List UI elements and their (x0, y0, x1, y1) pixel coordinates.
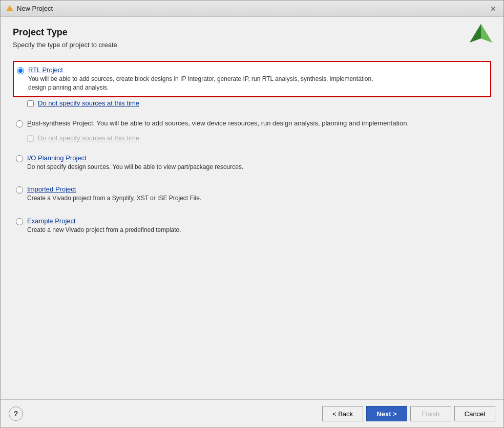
app-icon (6, 5, 14, 13)
post-synthesis-option-row: Post-synthesis Project: You will be able… (13, 115, 491, 132)
window-title: New Project (17, 5, 53, 12)
post-synthesis-no-sources-label: Do not specify sources at this time (38, 134, 139, 142)
imported-label: Imported Project (27, 185, 201, 193)
option-group-io: I/O Planning Project Do not specify desi… (13, 150, 491, 176)
example-description: Create a new Vivado project from a prede… (27, 226, 181, 234)
svg-marker-2 (481, 24, 492, 42)
option-group-post-synthesis: Post-synthesis Project: You will be able… (13, 115, 491, 144)
rtl-description: You will be able to add sources, create … (28, 75, 373, 92)
io-description: Do not specify design sources. You will … (27, 163, 243, 172)
close-button[interactable]: ✕ (488, 4, 498, 14)
post-synthesis-text-group: Post-synthesis Project: You will be able… (27, 119, 409, 128)
example-radio[interactable] (16, 218, 23, 225)
page-title: Project Type (13, 27, 491, 38)
svg-marker-3 (470, 24, 481, 42)
finish-button[interactable]: Finish (410, 406, 451, 421)
rtl-label: RTL Project (28, 66, 373, 74)
next-button[interactable]: Next > (366, 406, 407, 421)
imported-radio[interactable] (16, 186, 23, 194)
footer-left: ? (9, 406, 23, 421)
post-synthesis-label: Post-synthesis Project: You will be able… (27, 119, 409, 127)
rtl-radio[interactable] (17, 67, 24, 74)
rtl-option-box: RTL Project You will be able to add sour… (13, 61, 491, 97)
post-synthesis-no-sources-checkbox[interactable] (27, 135, 34, 142)
footer: ? < Back Next > Finish Cancel (1, 399, 503, 427)
imported-option-row: Imported Project Create a Vivado project… (13, 181, 491, 207)
rtl-text-group: RTL Project You will be able to add sour… (28, 66, 373, 92)
project-type-options: RTL Project You will be able to add sour… (13, 61, 491, 245)
io-text-group: I/O Planning Project Do not specify desi… (27, 154, 243, 172)
io-label: I/O Planning Project (27, 154, 243, 162)
content-area: Project Type Specify the type of project… (1, 17, 503, 399)
option-group-imported: Imported Project Create a Vivado project… (13, 181, 491, 207)
imported-description: Create a Vivado project from a Synplify,… (27, 194, 201, 203)
rtl-no-sources-label: Do not specify sources at this time (38, 99, 139, 107)
imported-text-group: Imported Project Create a Vivado project… (27, 185, 201, 203)
io-option-row: I/O Planning Project Do not specify desi… (13, 150, 491, 176)
post-synthesis-sub-option: Do not specify sources at this time (13, 132, 491, 144)
rtl-sub-option: Do not specify sources at this time (13, 97, 491, 109)
vivado-logo (468, 22, 494, 49)
new-project-dialog: New Project ✕ Project Type Specify the t… (0, 0, 504, 428)
rtl-no-sources-checkbox[interactable] (27, 100, 34, 107)
help-button[interactable]: ? (9, 406, 23, 421)
example-label: Example Project (27, 217, 181, 225)
title-bar-left: New Project (6, 5, 53, 13)
back-button[interactable]: < Back (322, 406, 363, 421)
option-group-example: Example Project Create a new Vivado proj… (13, 213, 491, 239)
cancel-button[interactable]: Cancel (454, 406, 495, 421)
post-synthesis-radio[interactable] (16, 120, 23, 127)
title-bar: New Project ✕ (1, 1, 503, 17)
page-subtitle: Specify the type of project to create. (13, 41, 491, 49)
example-text-group: Example Project Create a new Vivado proj… (27, 217, 181, 234)
footer-right: < Back Next > Finish Cancel (322, 406, 495, 421)
io-radio[interactable] (16, 155, 23, 162)
svg-marker-0 (6, 5, 13, 11)
option-group-rtl: RTL Project You will be able to add sour… (13, 61, 491, 109)
example-option-row: Example Project Create a new Vivado proj… (13, 213, 491, 239)
